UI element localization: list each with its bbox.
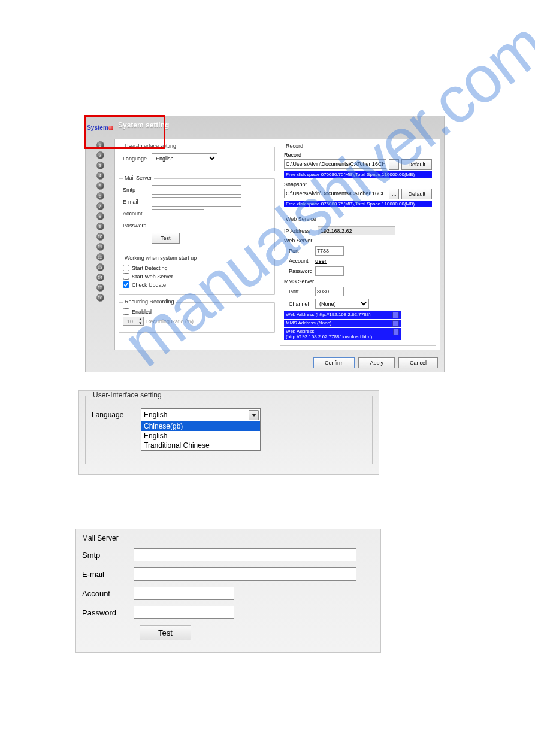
detail-email-input[interactable] <box>134 567 356 581</box>
copy-icon[interactable] <box>392 312 399 318</box>
recurring-ratio-spinner[interactable]: ▲ ▼ <box>123 317 144 326</box>
step-bullet-13[interactable]: 13 <box>96 263 104 271</box>
step-bullet-2[interactable]: 2 <box>96 151 104 159</box>
step-bullet-6[interactable]: 6 <box>96 192 104 200</box>
ip-label: IP Address <box>284 228 315 234</box>
check-update-row[interactable]: Check Update <box>123 281 271 288</box>
step-bullet-4[interactable]: 4 <box>96 172 104 180</box>
step-bullet-9[interactable]: 9 <box>96 223 104 230</box>
email-input[interactable] <box>152 197 241 207</box>
mail-server-legend: Mail Server <box>123 175 154 181</box>
record-label: Record <box>284 152 432 158</box>
recurring-ratio-input[interactable] <box>123 317 137 325</box>
language-option[interactable]: Tranditional Chinese <box>141 441 260 450</box>
web-link-row: Web Address (http://192.168.2.62:7788) <box>284 311 401 319</box>
smtp-label: Smtp <box>123 187 149 193</box>
copy-icon[interactable] <box>393 329 399 335</box>
start-detecting-row[interactable]: Start Detecting <box>123 265 271 271</box>
language-label: Language <box>123 156 149 162</box>
channel-select[interactable]: (None) <box>315 299 369 309</box>
check-update-checkbox[interactable] <box>123 281 129 288</box>
detail-smtp-label: Smtp <box>82 551 125 560</box>
step-bullet-12[interactable]: 12 <box>96 253 104 261</box>
spinner-down-button[interactable]: ▼ <box>137 321 143 326</box>
recurring-enabled-row[interactable]: Enabled <box>123 308 271 315</box>
system-tab-label[interactable]: System <box>87 125 113 131</box>
copy-icon[interactable] <box>392 320 399 327</box>
record-path-input[interactable] <box>284 159 386 169</box>
step-bullet-1[interactable]: 1 <box>96 141 104 149</box>
detail-password-label: Password <box>82 608 125 617</box>
snapshot-label: Snapshot <box>284 181 432 187</box>
language-option[interactable]: Chinese(gb) <box>141 421 260 431</box>
detail-account-input[interactable] <box>134 587 234 600</box>
password-input[interactable] <box>152 221 204 230</box>
web-port-input[interactable] <box>315 246 344 256</box>
recurring-enabled-checkbox[interactable] <box>123 308 129 315</box>
step-bullet-14[interactable]: 14 <box>96 274 104 281</box>
confirm-button[interactable]: Confirm <box>313 357 355 368</box>
start-web-checkbox[interactable] <box>123 273 129 280</box>
detail-test-button[interactable]: Test <box>140 625 191 640</box>
detail-ui-legend: User-Interface setting <box>90 391 164 399</box>
detail-language-label: Language <box>92 408 134 419</box>
mms-port-input[interactable] <box>315 287 344 296</box>
web-password-input[interactable] <box>315 266 344 276</box>
step-bullet-10[interactable]: 10 <box>96 233 104 241</box>
detail-ui-group: User-Interface setting Language English … <box>85 396 373 464</box>
ui-setting-group: User-Interface setting Language English <box>119 147 275 171</box>
language-combobox-value: English <box>144 411 167 419</box>
web-account-label: Account <box>284 258 313 264</box>
step-sidebar: 12345678910111213141516 <box>86 139 114 354</box>
account-label: Account <box>123 211 149 217</box>
dialog-footer: Confirm Apply Cancel <box>86 354 444 372</box>
account-input[interactable] <box>152 209 204 218</box>
apply-button[interactable]: Apply <box>358 357 395 368</box>
detail-ui-panel: User-Interface setting Language English … <box>78 390 379 475</box>
detail-account-label: Account <box>82 589 125 598</box>
mail-server-group: Mail Server Smtp E-mail Account Password… <box>119 178 275 251</box>
step-bullet-11[interactable]: 11 <box>96 243 104 251</box>
mms-port-label: Port <box>284 289 313 294</box>
ip-address-value: 192.168.2.62 <box>318 226 395 235</box>
email-label: E-mail <box>123 199 149 205</box>
snapshot-default-button[interactable]: Default <box>401 189 432 199</box>
start-detecting-checkbox[interactable] <box>123 265 129 271</box>
web-password-label: Password <box>284 268 313 274</box>
test-button[interactable]: Test <box>152 233 180 244</box>
record-browse-button[interactable]: ... <box>389 159 400 170</box>
step-bullet-5[interactable]: 5 <box>96 182 104 190</box>
start-detecting-label: Start Detecting <box>132 265 168 271</box>
detail-smtp-input[interactable] <box>134 548 356 561</box>
step-bullet-8[interactable]: 8 <box>96 212 104 220</box>
web-server-label: Web Server <box>284 238 432 244</box>
ui-setting-legend: User-Interface setting <box>123 143 178 149</box>
recurring-ratio-label: Recurring Ratio (%) <box>146 318 194 324</box>
smtp-input[interactable] <box>152 185 241 195</box>
snapshot-path-input[interactable] <box>284 189 386 198</box>
step-bullet-7[interactable]: 7 <box>96 202 104 210</box>
chevron-down-icon[interactable] <box>249 410 259 420</box>
check-update-label: Check Update <box>132 282 166 288</box>
language-select[interactable]: English <box>152 153 217 163</box>
language-combobox[interactable]: English Chinese(gb)EnglishTranditional C… <box>141 408 261 451</box>
step-bullet-3[interactable]: 3 <box>96 162 104 169</box>
start-web-row[interactable]: Start Web Server <box>123 273 271 280</box>
web-link-row: MMS Address (None) <box>284 320 401 327</box>
detail-password-input[interactable] <box>134 606 234 619</box>
step-bullet-16[interactable]: 16 <box>96 294 104 302</box>
cancel-button[interactable]: Cancel <box>398 357 438 368</box>
detail-email-label: E-mail <box>82 570 125 579</box>
language-option[interactable]: English <box>141 431 260 441</box>
snapshot-free-space: Free disk space 076080.75(MB),Total Spac… <box>284 201 432 207</box>
record-default-button[interactable]: Default <box>401 159 432 170</box>
channel-label: Channel <box>284 301 313 307</box>
record-group: Record Record ... Default Free disk spac… <box>280 147 436 212</box>
detail-mail-legend: Mail Server <box>82 534 119 542</box>
web-link-row: Web Address (http://192.168.2.62:7788/do… <box>284 328 401 340</box>
system-settings-dialog: System System setting 123456789101112131… <box>85 116 445 372</box>
snapshot-browse-button[interactable]: ... <box>389 189 400 199</box>
web-links: Web Address (http://192.168.2.62:7788)MM… <box>284 311 432 340</box>
recurring-enabled-label: Enabled <box>132 309 152 315</box>
step-bullet-15[interactable]: 15 <box>96 284 104 292</box>
